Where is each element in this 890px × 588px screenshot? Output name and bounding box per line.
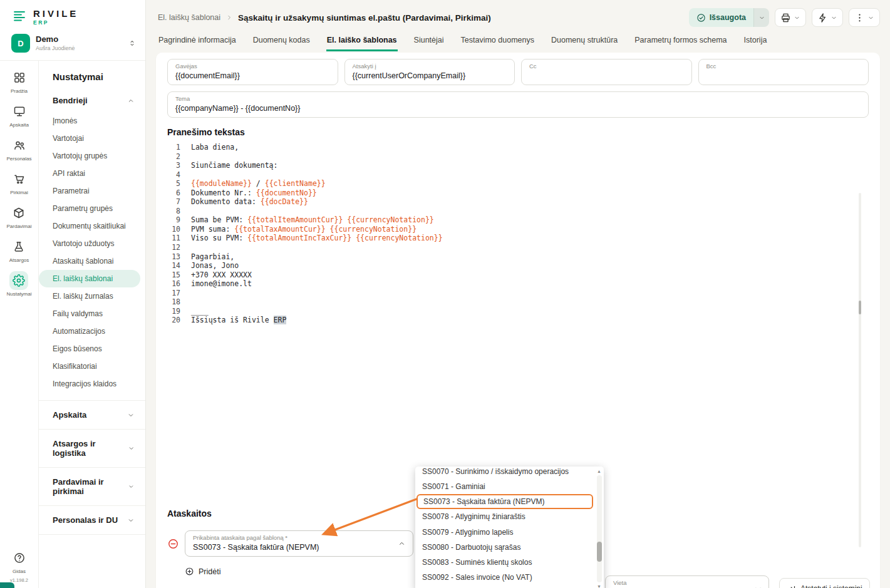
vieta-select[interactable]: Vieta — [605, 575, 769, 588]
topbar: El. laiškų šablonai Sąskaitų ir užsakymų… — [146, 0, 890, 31]
package-icon — [13, 207, 25, 219]
tab[interactable]: Pagrindinė informacija — [158, 32, 237, 51]
line-number: 7 — [167, 197, 191, 207]
sidebar-item[interactable]: Vartotojai — [39, 130, 140, 147]
scroll-up-arrow-icon[interactable]: ▲ — [597, 468, 601, 474]
chevron-down-icon — [128, 483, 135, 490]
rail-icon-box — [9, 204, 28, 222]
line-number: 11 — [167, 234, 191, 243]
guide-button[interactable]: Gidas — [10, 549, 29, 574]
rail-icon-box — [10, 549, 29, 567]
report-template-dropdown: SS0070 - Surinkimo / išskaidymo operacij… — [415, 467, 604, 588]
field-value: {{documentEmail}} — [175, 71, 330, 81]
sidebar-item[interactable]: Ataskaitų šablonai — [39, 252, 140, 270]
message-body-editor[interactable]: 1Laba diena,23Siunčiame dokumentą:45{{mo… — [167, 143, 869, 505]
field-value — [706, 71, 861, 81]
dropdown-option[interactable]: SS0080 - Darbuotojų sąrašas — [415, 540, 594, 555]
editor-line: 16imone@imone.lt — [167, 279, 869, 289]
sidebar-item[interactable]: Parametrai — [39, 182, 140, 200]
atsakyti-i-field[interactable]: Atsakyti į {{currentUserOrCompanyEmail}} — [344, 59, 515, 85]
brand-name: RIVILE — [33, 9, 78, 19]
sidebar-item[interactable]: API raktai — [39, 165, 140, 182]
sidebar-item[interactable]: El. laiškų žurnalas — [39, 287, 140, 305]
line-content: Laba diena, — [191, 143, 239, 152]
dropdown-option[interactable]: SS0092 - Sales invoice (No VAT) — [415, 570, 594, 585]
menu-section-header[interactable]: Pardavimai ir pirkimai — [39, 468, 145, 505]
chevron-down-icon — [758, 14, 765, 21]
rail-item[interactable]: Apskaita — [9, 102, 29, 128]
rail-item[interactable]: Nustatymai — [6, 271, 31, 297]
dropdown-option-selected[interactable]: SS0073 - Sąskaita faktūra (NEPVM) — [417, 494, 593, 509]
sidebar-item[interactable]: Integracijos klaidos — [39, 375, 140, 393]
sidebar-item[interactable]: Vartotojų grupės — [39, 147, 140, 165]
topbar-actions: Išsaugota — [689, 8, 880, 27]
tema-field[interactable]: Tema {{companyName}} - {{documentNo}} — [167, 91, 869, 118]
more-menu-button[interactable] — [849, 8, 880, 27]
dropdown-option[interactable]: SS0079 - Atlyginimo lapelis — [415, 525, 594, 540]
tab[interactable]: Istorija — [743, 32, 768, 51]
bcc-field[interactable]: Bcc — [698, 59, 869, 85]
tab[interactable]: Siuntėjai — [413, 32, 445, 51]
menu-section-header[interactable]: Personalas ir DU — [39, 506, 145, 534]
rail-item[interactable]: Pirkimai — [10, 170, 29, 195]
cc-field[interactable]: Cc — [521, 59, 692, 85]
brand-sub: ERP — [33, 19, 78, 26]
remove-report-button[interactable] — [167, 538, 179, 550]
line-content: Dokumento data: {{docDate}} — [191, 197, 308, 207]
editor-line: 18 — [167, 297, 869, 307]
menu-section-header[interactable]: Bendrieji — [39, 90, 145, 111]
sidebar-item[interactable]: Įmonės — [39, 112, 140, 130]
gavejas-field[interactable]: Gavėjas {{documentEmail}} — [167, 59, 338, 85]
reset-to-system-button[interactable]: Atstatyti į sisteminį — [779, 578, 870, 588]
dropdown-scroll-track[interactable] — [597, 475, 602, 582]
account-switcher[interactable]: D Demo Aušra Juodienė — [11, 34, 137, 53]
menu-section-header[interactable]: Apskaita — [39, 401, 145, 429]
dropdown-option[interactable]: SS0070 - Surinkimo / išskaidymo operacij… — [415, 467, 594, 479]
breadcrumb-parent[interactable]: El. laiškų šablonai — [158, 13, 220, 22]
sidebar-item[interactable]: Automatizacijos — [39, 322, 140, 340]
editor-scrollbar-thumb[interactable] — [859, 301, 861, 314]
dropdown-option[interactable]: SS0078 - Atlyginimų žiniaraštis — [415, 509, 594, 524]
chevron-down-icon — [830, 14, 837, 21]
editor-line: 9Suma be PVM: {{totalItemAmountCur}} {{c… — [167, 215, 869, 225]
tab-bar: Pagrindinė informacijaDuomenų kodasEl. l… — [146, 31, 890, 51]
dropdown-scroll-thumb[interactable] — [597, 542, 602, 562]
sidebar-item[interactable]: El. laiškų šablonai — [39, 270, 140, 287]
tab[interactable]: El. laiško šablonas — [326, 32, 398, 51]
sidebar-item[interactable]: Dokumentų skaitliukai — [39, 217, 140, 235]
chat-widget-corner[interactable] — [0, 582, 14, 588]
brand-logo[interactable]: RIVILE ERP — [11, 9, 137, 26]
saved-split-button[interactable]: Išsaugota — [689, 8, 769, 27]
sidebar-item[interactable]: Klasifikatoriai — [39, 358, 140, 375]
line-number: 2 — [167, 152, 191, 162]
line-content: imone@imone.lt — [191, 279, 252, 289]
editor-line: 4 — [167, 170, 869, 180]
report-template-select[interactable]: Prikabinta ataskaita pagal šabloną * SS0… — [185, 530, 413, 557]
scroll-down-arrow-icon[interactable]: ▼ — [597, 584, 601, 588]
dropdown-scrollbar[interactable]: ▲ ▼ — [594, 467, 604, 588]
sidebar-item[interactable]: Failų valdymas — [39, 305, 140, 322]
menu-section-header[interactable]: Atsargos ir logistika — [39, 430, 145, 467]
field-label: Tema — [175, 95, 861, 102]
saved-caret-button[interactable] — [753, 8, 769, 27]
plus-circle-icon — [185, 567, 194, 576]
tab[interactable]: Testavimo duomenys — [460, 32, 535, 51]
rail-item[interactable]: Personalas — [6, 136, 31, 162]
gear-icon — [13, 274, 25, 287]
report-select-value: SS0073 - Sąskaita faktūra (NEPVM) — [193, 542, 391, 552]
sidebar-item[interactable]: Parametrų grupės — [39, 200, 140, 217]
menu-section-label: Apskaita — [53, 410, 86, 420]
dropdown-option[interactable]: SS0071 - Gaminiai — [415, 479, 594, 494]
dropdown-option[interactable]: SS0083 - Suminės klientų skolos — [415, 555, 594, 570]
editor-scrollbar[interactable] — [859, 193, 861, 547]
tab[interactable]: Duomenų struktūra — [551, 32, 618, 51]
automation-button[interactable] — [812, 8, 843, 27]
print-button[interactable] — [775, 8, 806, 27]
rail-item[interactable]: Atsargos — [9, 237, 29, 263]
tab[interactable]: Parametrų formos schema — [634, 32, 727, 51]
sidebar-item[interactable]: Eigos būsenos — [39, 340, 140, 358]
rail-item[interactable]: Pradžia — [10, 68, 29, 94]
rail-item[interactable]: Pardavimai — [6, 204, 31, 229]
tab[interactable]: Duomenų kodas — [252, 32, 311, 51]
sidebar-item[interactable]: Vartotojo užduotys — [39, 235, 140, 252]
